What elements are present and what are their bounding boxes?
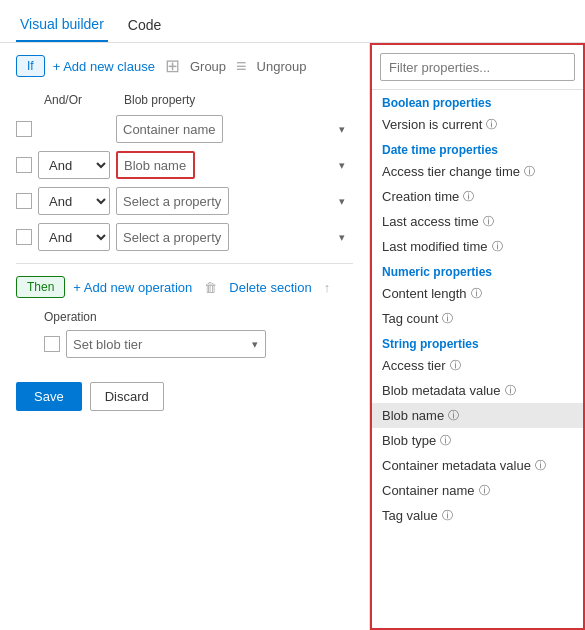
- container-metadata-value-info-icon[interactable]: ⓘ: [535, 458, 546, 473]
- tab-bar: Visual builder Code: [0, 0, 585, 43]
- prop-container-metadata-value[interactable]: Container metadata value ⓘ: [372, 453, 583, 478]
- col-blob-property-header: Blob property: [124, 93, 353, 107]
- divider-icon: ⊞: [165, 55, 180, 77]
- delete-section-button[interactable]: Delete section: [229, 280, 311, 295]
- add-new-clause-button[interactable]: + Add new clause: [53, 59, 155, 74]
- op-checkbox[interactable]: [44, 336, 60, 352]
- prop-version-is-current-label: Version is current: [382, 117, 482, 132]
- group-button[interactable]: Group: [190, 59, 226, 74]
- row4-property-wrapper: Select a property: [116, 223, 353, 251]
- prop-creation-time-label: Creation time: [382, 189, 459, 204]
- condition-row-4: And Or Select a property: [16, 223, 353, 251]
- row3-andor-select[interactable]: And Or: [38, 187, 110, 215]
- row2-checkbox[interactable]: [16, 157, 32, 173]
- condition-row-1: Container name: [16, 115, 353, 143]
- blob-type-info-icon[interactable]: ⓘ: [440, 433, 451, 448]
- row3-property-wrapper: Select a property: [116, 187, 353, 215]
- discard-button[interactable]: Discard: [90, 382, 164, 411]
- prop-tag-count[interactable]: Tag count ⓘ: [372, 306, 583, 331]
- prop-last-modified-time-label: Last modified time: [382, 239, 488, 254]
- version-is-current-info-icon[interactable]: ⓘ: [486, 117, 497, 132]
- row2-property-select[interactable]: Blob name: [116, 151, 195, 179]
- row2-andor-select[interactable]: And Or: [38, 151, 110, 179]
- prop-creation-time[interactable]: Creation time ⓘ: [372, 184, 583, 209]
- prop-tag-count-label: Tag count: [382, 311, 438, 326]
- operation-row: Set blob tier Delete blob Move blob: [44, 330, 353, 358]
- col-check-header: [16, 93, 44, 107]
- tag-count-info-icon[interactable]: ⓘ: [442, 311, 453, 326]
- prop-container-name-label: Container name: [382, 483, 475, 498]
- properties-panel: Boolean properties Version is current ⓘ …: [370, 43, 585, 630]
- last-modified-time-info-icon[interactable]: ⓘ: [492, 239, 503, 254]
- prop-access-tier-change-time-label: Access tier change time: [382, 164, 520, 179]
- access-tier-info-icon[interactable]: ⓘ: [450, 358, 461, 373]
- ungroup-button[interactable]: Ungroup: [257, 59, 307, 74]
- prop-last-access-time[interactable]: Last access time ⓘ: [372, 209, 583, 234]
- filter-properties-input[interactable]: [380, 53, 575, 81]
- tab-code[interactable]: Code: [124, 9, 165, 41]
- condition-row-3: And Or Select a property: [16, 187, 353, 215]
- prop-blob-name-label: Blob name: [382, 408, 444, 423]
- access-tier-change-time-info-icon[interactable]: ⓘ: [524, 164, 535, 179]
- delete-icon: 🗑: [204, 280, 217, 295]
- row4-checkbox[interactable]: [16, 229, 32, 245]
- tab-visual-builder[interactable]: Visual builder: [16, 8, 108, 42]
- blob-name-info-icon[interactable]: ⓘ: [448, 408, 459, 423]
- prop-content-length[interactable]: Content length ⓘ: [372, 281, 583, 306]
- prop-access-tier-change-time[interactable]: Access tier change time ⓘ: [372, 159, 583, 184]
- prop-access-tier[interactable]: Access tier ⓘ: [372, 353, 583, 378]
- prop-blob-type[interactable]: Blob type ⓘ: [372, 428, 583, 453]
- prop-tag-value-label: Tag value: [382, 508, 438, 523]
- prop-container-name[interactable]: Container name ⓘ: [372, 478, 583, 503]
- then-badge: Then: [16, 276, 65, 298]
- move-icon: ↑: [324, 280, 331, 295]
- bottom-bar: Save Discard: [16, 382, 353, 411]
- row4-property-select[interactable]: Select a property: [116, 223, 229, 251]
- tag-value-info-icon[interactable]: ⓘ: [442, 508, 453, 523]
- if-section-header: If + Add new clause ⊞ Group ≡ Ungroup: [16, 55, 353, 77]
- prop-access-tier-label: Access tier: [382, 358, 446, 373]
- app-container: Visual builder Code If + Add new clause …: [0, 0, 585, 630]
- group-label-boolean: Boolean properties: [372, 90, 583, 112]
- table-headers: And/Or Blob property: [16, 89, 353, 111]
- container-name-info-icon[interactable]: ⓘ: [479, 483, 490, 498]
- prop-container-metadata-value-label: Container metadata value: [382, 458, 531, 473]
- row1-property-wrapper: Container name: [116, 115, 353, 143]
- prop-tag-value[interactable]: Tag value ⓘ: [372, 503, 583, 528]
- save-button[interactable]: Save: [16, 382, 82, 411]
- row1-checkbox[interactable]: [16, 121, 32, 137]
- prop-blob-type-label: Blob type: [382, 433, 436, 448]
- prop-last-modified-time[interactable]: Last modified time ⓘ: [372, 234, 583, 259]
- row1-property-select[interactable]: Container name: [116, 115, 223, 143]
- section-separator: [16, 263, 353, 264]
- operation-select-wrapper: Set blob tier Delete blob Move blob: [66, 330, 266, 358]
- divider2-icon: ≡: [236, 56, 247, 77]
- content-area: If + Add new clause ⊞ Group ≡ Ungroup An…: [0, 43, 585, 630]
- then-section-header: Then + Add new operation 🗑 Delete sectio…: [16, 276, 353, 298]
- group-label-numeric: Numeric properties: [372, 259, 583, 281]
- then-section: Then + Add new operation 🗑 Delete sectio…: [16, 276, 353, 358]
- prop-blob-metadata-value-label: Blob metadata value: [382, 383, 501, 398]
- condition-row-2: And Or Blob name: [16, 151, 353, 179]
- content-length-info-icon[interactable]: ⓘ: [471, 286, 482, 301]
- group-label-datetime: Date time properties: [372, 137, 583, 159]
- col-andor-header: And/Or: [44, 93, 124, 107]
- prop-content-length-label: Content length: [382, 286, 467, 301]
- last-access-time-info-icon[interactable]: ⓘ: [483, 214, 494, 229]
- creation-time-info-icon[interactable]: ⓘ: [463, 189, 474, 204]
- prop-version-is-current[interactable]: Version is current ⓘ: [372, 112, 583, 137]
- prop-blob-name[interactable]: Blob name ⓘ: [372, 403, 583, 428]
- if-badge: If: [16, 55, 45, 77]
- operation-section: Operation Set blob tier Delete blob Move…: [16, 310, 353, 358]
- row2-property-wrapper: Blob name: [116, 151, 353, 179]
- operation-column-label: Operation: [44, 310, 353, 324]
- prop-blob-metadata-value[interactable]: Blob metadata value ⓘ: [372, 378, 583, 403]
- row3-property-select[interactable]: Select a property: [116, 187, 229, 215]
- left-panel: If + Add new clause ⊞ Group ≡ Ungroup An…: [0, 43, 370, 630]
- add-new-operation-button[interactable]: + Add new operation: [73, 280, 192, 295]
- row4-andor-select[interactable]: And Or: [38, 223, 110, 251]
- group-label-string: String properties: [372, 331, 583, 353]
- operation-select[interactable]: Set blob tier Delete blob Move blob: [66, 330, 266, 358]
- row3-checkbox[interactable]: [16, 193, 32, 209]
- blob-metadata-value-info-icon[interactable]: ⓘ: [505, 383, 516, 398]
